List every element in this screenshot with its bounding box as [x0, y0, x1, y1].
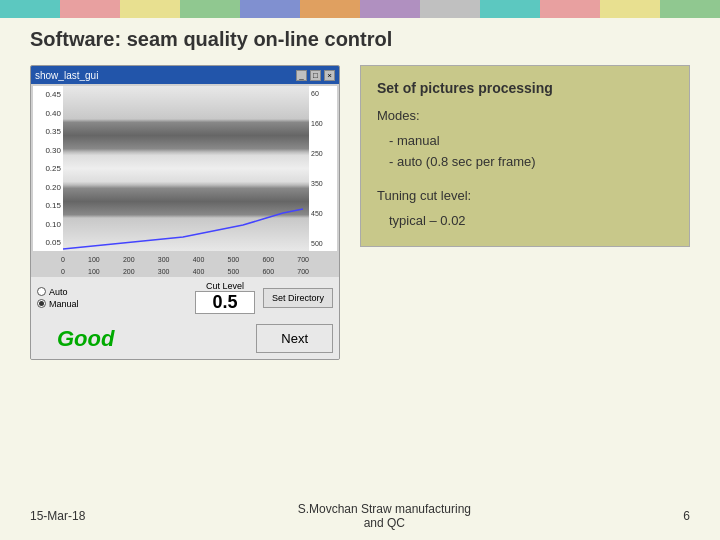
maximize-button[interactable]: □	[310, 70, 321, 81]
yaxis-label-6: 0.20	[35, 183, 61, 192]
bar-seg-6	[300, 0, 360, 18]
plot-line-svg	[63, 201, 303, 251]
titlebar-buttons: _ □ ×	[296, 70, 335, 81]
graph-area: 0.45 0.40 0.35 0.30 0.25 0.20 0.15 0.10 …	[33, 86, 337, 251]
graph-main-area	[63, 86, 309, 251]
top-color-bar	[0, 0, 720, 18]
radio-manual-circle[interactable]	[37, 299, 46, 308]
yaxis-label-8: 0.10	[35, 220, 61, 229]
close-button[interactable]: ×	[324, 70, 335, 81]
bar-seg-11	[600, 0, 660, 18]
bar-seg-9	[480, 0, 540, 18]
software-screenshot: show_last_gui _ □ × 0.45 0.40 0.35 0.30 …	[30, 65, 340, 360]
graph-xaxis-bottom1: 0 100 200 300 400 500 600 700	[31, 253, 339, 265]
bar-seg-7	[360, 0, 420, 18]
yaxis-label-3: 0.35	[35, 127, 61, 136]
panel-mode2: - auto (0.8 sec per frame)	[389, 152, 673, 173]
screenshot-titlebar: show_last_gui _ □ ×	[31, 66, 339, 84]
two-column-layout: show_last_gui _ □ × 0.45 0.40 0.35 0.30 …	[30, 65, 690, 360]
bottom-row: Good Next	[31, 318, 339, 359]
cut-level-label: Cut Level	[206, 281, 244, 291]
bar-seg-12	[660, 0, 720, 18]
cut-level-section: Cut Level 0.5	[195, 281, 255, 314]
next-button[interactable]: Next	[256, 324, 333, 353]
bar-seg-1	[0, 0, 60, 18]
yaxis-label-1: 0.45	[35, 90, 61, 99]
panel-tuning-value: typical – 0.02	[389, 211, 673, 232]
right-panel: Set of pictures processing Modes: - manu…	[360, 65, 690, 247]
bar-seg-8	[420, 0, 480, 18]
yaxis-right-4: 350	[311, 180, 335, 187]
yaxis-label-9: 0.05	[35, 238, 61, 247]
graph-yaxis-left: 0.45 0.40 0.35 0.30 0.25 0.20 0.15 0.10 …	[33, 86, 63, 251]
panel-modes-label: Modes:	[377, 106, 673, 127]
minimize-button[interactable]: _	[296, 70, 307, 81]
panel-tuning-title: Tuning cut level:	[377, 186, 673, 207]
yaxis-right-6: 500	[311, 240, 335, 247]
radio-group: Auto Manual	[37, 287, 79, 309]
panel-section1-title: Set of pictures processing	[377, 80, 673, 96]
radio-manual-label: Manual	[49, 299, 79, 309]
footer-page-number: 6	[683, 509, 690, 523]
yaxis-label-5: 0.25	[35, 164, 61, 173]
good-label: Good	[57, 326, 114, 352]
bar-seg-5	[240, 0, 300, 18]
page-title: Software: seam quality on-line control	[30, 28, 690, 51]
graph-yaxis-right: 60 160 250 350 450 500	[309, 86, 337, 251]
yaxis-label-2: 0.40	[35, 109, 61, 118]
footer: 15-Mar-18 S.Movchan Straw manufacturing …	[0, 502, 720, 530]
footer-date: 15-Mar-18	[30, 509, 85, 523]
yaxis-right-1: 60	[311, 90, 335, 97]
bar-seg-10	[540, 0, 600, 18]
footer-center-line1: S.Movchan Straw manufacturing	[298, 502, 471, 516]
radio-auto-circle[interactable]	[37, 287, 46, 296]
graph-xaxis-bottom2: 0 100 200 300 400 500 600 700	[31, 265, 339, 277]
radio-auto[interactable]: Auto	[37, 287, 79, 297]
screenshot-title-text: show_last_gui	[35, 70, 98, 81]
yaxis-right-3: 250	[311, 150, 335, 157]
yaxis-right-2: 160	[311, 120, 335, 127]
main-content: Software: seam quality on-line control s…	[0, 18, 720, 370]
panel-mode1: - manual	[389, 131, 673, 152]
footer-center-line2: and QC	[298, 516, 471, 530]
yaxis-label-4: 0.30	[35, 146, 61, 155]
bar-seg-3	[120, 0, 180, 18]
footer-center: S.Movchan Straw manufacturing and QC	[298, 502, 471, 530]
radio-auto-label: Auto	[49, 287, 68, 297]
set-directory-button[interactable]: Set Directory	[263, 288, 333, 308]
bar-seg-4	[180, 0, 240, 18]
yaxis-label-7: 0.15	[35, 201, 61, 210]
radio-manual[interactable]: Manual	[37, 299, 79, 309]
controls-row: Auto Manual Cut Level 0.5 Set Directory	[31, 277, 339, 318]
bar-seg-2	[60, 0, 120, 18]
cut-level-value[interactable]: 0.5	[195, 291, 255, 314]
yaxis-right-5: 450	[311, 210, 335, 217]
